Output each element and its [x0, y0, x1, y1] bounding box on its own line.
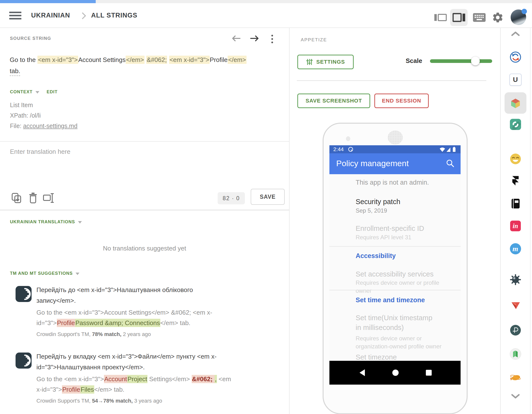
translation-input[interactable]: Enter translation here [10, 148, 70, 155]
context-info: List Item XPath: /ol/li File: account-se… [10, 100, 77, 131]
clear-tags-icon[interactable] [42, 191, 55, 205]
online-status-dot [522, 9, 527, 14]
admin-note: This app is not an admin. [356, 179, 429, 186]
save-screenshot-button[interactable]: SAVE SCREENSHOT [297, 94, 370, 108]
context-file-line: File: account-settings.md [10, 121, 77, 131]
top-bar: UKRAINIAN ALL STRINGS [0, 3, 532, 28]
list-item-title[interactable]: Security patch [356, 197, 450, 207]
tm-source-icon [16, 353, 32, 370]
delete-icon[interactable] [26, 191, 40, 205]
previous-string-button[interactable] [229, 33, 243, 44]
context-edit-button[interactable]: EDIT [47, 89, 57, 95]
list-item-sub: Requires device owner or profile owner [356, 279, 450, 295]
crowdin-editor: UKRAINIAN ALL STRINGS [0, 0, 532, 414]
device-screen[interactable]: 2:44 Policy management [329, 145, 461, 385]
suggestion-source-text: Go to the <em x-id="3">AccountProject Se… [37, 374, 250, 395]
gear-icon[interactable] [491, 11, 504, 24]
collapse-down-icon[interactable] [511, 393, 520, 399]
app-bar: Policy management [329, 153, 461, 174]
speaker-grille [388, 130, 403, 144]
divider [329, 290, 461, 290]
smiley-icon[interactable] [510, 153, 521, 164]
zeplin-icon[interactable] [509, 372, 522, 383]
sliders-icon [306, 58, 313, 65]
no-translations-message: No translations suggested yet [0, 245, 289, 252]
end-session-button[interactable]: END SESSION [374, 94, 429, 108]
panel-right-icon[interactable] [450, 9, 468, 26]
proto-p-icon[interactable] [510, 325, 521, 336]
next-string-button[interactable] [248, 33, 261, 44]
context-type: List Item [10, 100, 77, 110]
context-file-link[interactable]: account-settings.md [23, 123, 77, 129]
appetize-panel: APPETIZE SETTINGS Scale SAVE SCREENSHOT … [290, 28, 500, 414]
list-item-sub: Sep 5, 2019 [356, 207, 450, 214]
list-item-title[interactable]: Set accessibility services [356, 269, 450, 279]
collapse-up-icon[interactable] [511, 31, 520, 37]
context-xpath: XPath: /ol/li [10, 110, 77, 121]
integrations-sidebar: U [500, 28, 531, 414]
more-options-icon[interactable] [267, 33, 277, 44]
settings-button[interactable]: SETTINGS [297, 55, 354, 69]
scale-label: Scale [406, 57, 422, 65]
chevron-down-icon [78, 221, 82, 223]
framer-icon[interactable] [512, 176, 519, 186]
scale-slider[interactable] [430, 59, 492, 63]
divider [329, 246, 461, 247]
teal-link-icon[interactable] [510, 119, 521, 130]
marvel-icon[interactable]: m [510, 243, 521, 254]
tm-source-icon [16, 286, 32, 303]
suggestion-target-text: Перейдіть до <em x-id="3">Налаштування о… [37, 285, 250, 306]
loading-progress-fill [0, 0, 96, 3]
device-mockup: 2:44 Policy management [323, 123, 468, 414]
section-header: Accessibility [356, 252, 396, 260]
menu-icon[interactable] [9, 12, 21, 19]
source-string-text: Go to the <em x-id="3">Account Settings<… [10, 54, 275, 77]
unicode-u-icon[interactable]: U [509, 74, 522, 86]
list-item-title[interactable]: Set time(Unix timestamp in milliseconds) [356, 313, 438, 332]
sync-circle-icon[interactable] [510, 51, 521, 63]
save-button[interactable]: SAVE [251, 189, 285, 205]
appetize-label: APPETIZE [301, 37, 327, 42]
red-fold-icon[interactable] [510, 300, 521, 310]
status-time: 2:44 [333, 146, 344, 153]
chevron-down-icon [76, 273, 79, 275]
avatar[interactable] [511, 10, 526, 25]
app-title: Policy management [336, 159, 409, 168]
android-nav-bar [329, 361, 461, 385]
recents-button[interactable] [421, 361, 436, 385]
panel-left-icon[interactable] [434, 11, 447, 24]
mine-icon[interactable] [510, 274, 521, 285]
scale-thumb[interactable] [471, 57, 480, 65]
source-string-label: SOURCE STRING [10, 36, 51, 41]
invision-icon[interactable]: in [510, 221, 521, 231]
wifi-icon [440, 147, 445, 152]
char-counter: 82 · 0 [218, 192, 245, 204]
signal-icon [446, 147, 450, 152]
appetize-cube-icon[interactable] [510, 97, 521, 109]
back-button[interactable] [355, 361, 370, 385]
search-icon[interactable] [446, 159, 455, 169]
list-item-title[interactable]: Set timezone [356, 352, 450, 362]
chevron-down-icon [36, 91, 39, 94]
context-toggle[interactable]: CONTEXT [10, 89, 39, 95]
copy-source-icon[interactable] [10, 191, 23, 205]
status-icons [439, 146, 458, 153]
suggestion-source-text: Go to the <em x-id="3">Account Settings<… [37, 307, 250, 328]
sketchbook-icon[interactable] [510, 198, 521, 209]
suggestion-meta: Crowdin Support's TM, 54→78% match, 3 ye… [37, 398, 250, 404]
divider [297, 80, 486, 81]
list-item-sub: Requires API level 31 [356, 233, 450, 241]
keyboard-icon[interactable] [473, 11, 486, 24]
tm-suggestion-item[interactable]: Перейдіть у вкладку <em x-id="3">Файли</… [0, 351, 275, 404]
tm-suggestion-item[interactable]: Перейдіть до <em x-id="3">Налаштування о… [0, 285, 275, 337]
breadcrumb-chevron-icon [79, 12, 86, 19]
breadcrumb-language[interactable]: UKRAINIAN [31, 3, 70, 28]
battery-icon [453, 147, 456, 152]
tm-section-toggle[interactable]: TM AND MT SUGGESTIONS [10, 271, 79, 276]
breadcrumb-file-filter[interactable]: ALL STRINGS [91, 3, 137, 28]
translations-section-toggle[interactable]: UKRAINIAN TRANSLATIONS [10, 219, 82, 224]
list-item-title[interactable]: Enrollment-specific ID [356, 223, 450, 233]
medium-icon[interactable] [510, 348, 521, 360]
suggestion-target-text: Перейдіть у вкладку <em x-id="3">Файли</… [37, 351, 250, 373]
home-button[interactable] [388, 361, 403, 385]
